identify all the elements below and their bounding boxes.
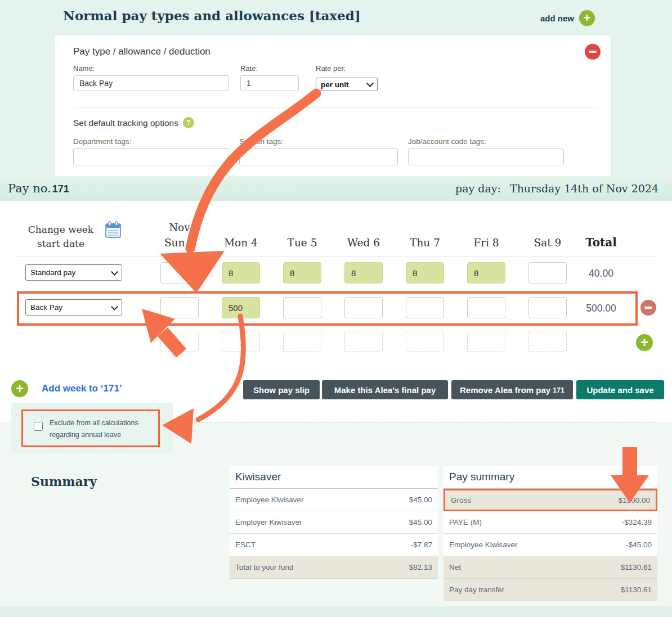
remove-from-pay-label: Remove Alea from pay: [460, 385, 550, 395]
change-week-label: Change week start date: [24, 223, 98, 250]
pay-type-select-back-pay[interactable]: Back Pay: [25, 299, 122, 316]
row-value: -$45.00: [626, 541, 652, 549]
row-label: Employer Kiwisaver: [235, 518, 302, 526]
department-tags-label: Department tags:: [73, 137, 132, 146]
cell-row1-fri[interactable]: [467, 262, 505, 283]
help-icon[interactable]: ?: [183, 117, 194, 128]
row-label: Gross: [451, 496, 471, 505]
table-header-divider: [17, 256, 655, 256]
rate-per-label: Rate per:: [316, 64, 346, 73]
section-tags-label: Section tags:: [239, 137, 283, 146]
remove-from-pay-button[interactable]: Remove Alea from pay 171: [451, 380, 573, 399]
day-header-wed: Wed 6: [344, 237, 383, 249]
show-pay-slip-button[interactable]: Show pay slip: [243, 380, 320, 399]
cell-row3-thu[interactable]: [406, 331, 444, 352]
table-row: Net $1130.61: [443, 556, 657, 579]
add-week-plus-icon[interactable]: +: [11, 380, 28, 397]
row-label: Employee Kiwisaver: [449, 541, 518, 549]
rate-per-value: per unit: [321, 80, 349, 89]
pay-day-value: Thursday 14th of Nov 2024: [510, 182, 658, 195]
cell-row1-thu[interactable]: [406, 262, 444, 283]
minus-glyph: [644, 307, 652, 309]
rate-input[interactable]: [240, 75, 299, 91]
row-label: Net: [449, 563, 461, 571]
row1-total: 40.00: [575, 268, 627, 280]
card-heading: Pay type / allowance / deduction: [73, 46, 210, 57]
cell-row2-thu[interactable]: [406, 297, 444, 318]
cell-row1-wed[interactable]: [344, 262, 383, 283]
kiwisaver-title: Kiwisaver: [230, 466, 438, 489]
chevron-down-icon: [111, 303, 118, 310]
cell-row2-sun[interactable]: [160, 297, 199, 318]
remove-pay-type-icon[interactable]: [585, 44, 601, 60]
kiwisaver-card: Kiwisaver Employee Kiwisaver $45.00 Empl…: [230, 466, 438, 579]
pay-type-select-standard-value: Standard pay: [30, 268, 75, 277]
show-pay-slip-label: Show pay slip: [253, 385, 310, 395]
name-input[interactable]: [73, 75, 229, 91]
pay-type-card: Pay type / allowance / deduction Name: R…: [55, 35, 611, 176]
cell-row1-sat[interactable]: [528, 262, 567, 283]
cell-row2-fri[interactable]: [467, 297, 505, 318]
rate-per-select[interactable]: per unit: [316, 78, 378, 91]
department-tags-input[interactable]: [73, 148, 229, 165]
table-row: ESCT -$7.87: [230, 534, 438, 556]
table-row-gross: Gross $1500.00: [443, 489, 657, 511]
update-save-button[interactable]: Update and save: [576, 380, 664, 399]
table-row: Employer Kiwisaver $45.00: [230, 511, 438, 534]
job-tags-input[interactable]: [408, 148, 564, 165]
final-pay-button[interactable]: Make this Alea's final pay: [322, 380, 448, 399]
cell-row2-wed[interactable]: [344, 297, 383, 318]
table-row: PAYE (M) -$324.39: [443, 511, 657, 534]
cell-row3-mon[interactable]: [222, 331, 260, 352]
pay-summary-title: Pay summary: [443, 466, 657, 489]
cell-row2-tue[interactable]: [283, 297, 321, 318]
name-label: Name:: [73, 64, 95, 73]
cell-row1-sun[interactable]: [160, 262, 199, 283]
bottom-strip: [0, 606, 672, 617]
exclude-label: Exclude from all calculations regarding …: [50, 417, 150, 442]
day-header-fri: Fri 8: [467, 237, 505, 249]
row-value: $45.00: [409, 518, 432, 526]
cell-row2-sat[interactable]: [528, 297, 567, 318]
row2-total: 500.00: [575, 303, 627, 314]
cell-row3-tue[interactable]: [283, 331, 321, 352]
cell-row3-sat[interactable]: [528, 331, 567, 352]
row-value: $82.13: [409, 563, 432, 571]
add-week-link[interactable]: Add week to ‘171’: [42, 383, 122, 394]
pay-number-bar: Pay no. 171 pay day: Thursday 14th of No…: [0, 176, 672, 201]
add-new-label: add new: [540, 13, 574, 23]
cell-row3-sun[interactable]: [160, 331, 199, 352]
table-row: Pay day transfer $1130.61: [443, 579, 657, 601]
day-header-thu: Thu 7: [406, 237, 444, 249]
exclude-checkbox[interactable]: [34, 422, 43, 431]
pay-number-group: Pay no. 171: [8, 182, 69, 195]
day-header-sun: Sun 3: [160, 237, 199, 249]
final-pay-label: Make this Alea's final pay: [334, 385, 436, 395]
pay-type-select-standard[interactable]: Standard pay: [25, 264, 122, 281]
cell-row1-mon[interactable]: [222, 262, 260, 283]
cell-row2-mon[interactable]: [222, 297, 260, 318]
month-label: Nov: [160, 222, 199, 233]
section-tags-input[interactable]: [239, 148, 398, 165]
update-save-label: Update and save: [586, 385, 653, 395]
minus-glyph: [589, 51, 597, 53]
row-label: Employee Kiwisaver: [235, 496, 304, 504]
chevron-down-icon: [366, 80, 374, 87]
calendar-icon[interactable]: [104, 220, 122, 241]
remove-row-icon[interactable]: [640, 300, 656, 316]
pay-day-label: pay day:: [455, 182, 501, 195]
cell-row3-fri[interactable]: [467, 331, 505, 352]
add-plus-icon[interactable]: +: [579, 10, 595, 26]
row-label: PAYE (M): [449, 518, 482, 526]
row-value: $45.00: [409, 496, 432, 504]
cell-row3-wed[interactable]: [344, 331, 383, 352]
pay-type-select-back-pay-value: Back Pay: [30, 303, 62, 312]
summary-heading: Summary: [31, 474, 97, 489]
day-header-tue: Tue 5: [283, 237, 321, 249]
add-new-button[interactable]: add new +: [540, 10, 595, 26]
row-value: $1130.61: [621, 586, 652, 594]
table-row-total: Total to your fund $82.13: [230, 556, 438, 579]
cell-row1-tue[interactable]: [283, 262, 321, 283]
job-tags-label: Job/account code tags:: [408, 137, 486, 146]
add-row-plus-icon[interactable]: +: [636, 334, 653, 351]
